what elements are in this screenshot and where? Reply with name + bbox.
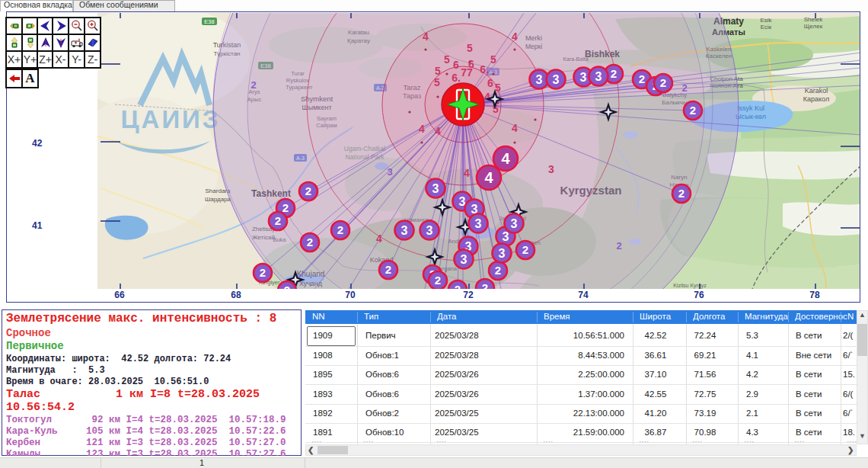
svg-text:3: 3 — [387, 166, 392, 178]
svg-text:2: 2 — [455, 283, 461, 289]
svg-text:2: 2 — [616, 240, 621, 252]
svg-text:2: 2 — [284, 284, 290, 289]
svg-text:3: 3 — [595, 70, 602, 83]
svg-text:2: 2 — [639, 72, 645, 85]
svg-text:3: 3 — [475, 217, 482, 230]
svg-text:5: 5 — [444, 53, 450, 66]
svg-text:4: 4 — [435, 125, 441, 137]
svg-text:4: 4 — [484, 169, 493, 186]
svg-text:2: 2 — [337, 223, 343, 236]
svg-text:2: 2 — [522, 243, 528, 256]
svg-text:2: 2 — [385, 263, 391, 276]
svg-text:3: 3 — [580, 71, 587, 84]
svg-text:Kizilsu Kyrgyz: Kizilsu Kyrgyz — [673, 283, 707, 289]
svg-text:4: 4 — [419, 123, 425, 135]
svg-text:4: 4 — [484, 91, 490, 103]
svg-text:Ысык-көл: Ысык-көл — [736, 113, 766, 120]
svg-text:2: 2 — [305, 184, 311, 197]
svg-text:6.: 6. — [480, 63, 489, 75]
svg-text:5: 5 — [467, 42, 473, 54]
svg-text:E38: E38 — [204, 18, 214, 25]
svg-text:3: 3 — [548, 163, 554, 175]
svg-text:3: 3 — [426, 224, 433, 237]
svg-text:5: 5 — [495, 82, 501, 94]
svg-text:4: 4 — [512, 122, 518, 134]
svg-text:3: 3 — [553, 73, 560, 86]
svg-text:6: 6 — [487, 77, 493, 89]
svg-text:3: 3 — [511, 217, 518, 230]
svg-text:Esik: Esik — [760, 17, 772, 24]
svg-text:2: 2 — [611, 67, 617, 80]
svg-text:2: 2 — [681, 82, 687, 94]
svg-text:Есік: Есік — [761, 24, 772, 30]
svg-text:6: 6 — [453, 59, 459, 71]
svg-text:4: 4 — [423, 30, 429, 43]
svg-text:Щелек: Щелек — [804, 23, 823, 30]
svg-text:3: 3 — [461, 253, 468, 266]
svg-text:4: 4 — [512, 30, 518, 43]
svg-text:2: 2 — [275, 214, 281, 227]
svg-text:77: 77 — [461, 66, 473, 79]
svg-text:2: 2 — [495, 264, 501, 277]
svg-text:5: 5 — [434, 76, 440, 88]
svg-text:2: 2 — [678, 187, 685, 200]
svg-text:4: 4 — [464, 167, 470, 179]
svg-text:2: 2 — [435, 274, 441, 287]
svg-text:3: 3 — [536, 73, 543, 86]
svg-text:Issyk Kul: Issyk Kul — [737, 104, 764, 112]
svg-text:2: 2 — [660, 76, 666, 89]
svg-text:2: 2 — [690, 104, 696, 117]
svg-text:Каракол: Каракол — [803, 95, 829, 103]
svg-text:Shelek: Shelek — [804, 16, 823, 23]
svg-text:3: 3 — [401, 224, 408, 237]
svg-text:5: 5 — [435, 65, 441, 77]
svg-text:2: 2 — [482, 281, 488, 289]
svg-text:4: 4 — [376, 232, 382, 245]
svg-text:2: 2 — [260, 266, 266, 279]
svg-text:2: 2 — [251, 79, 256, 91]
svg-text:2: 2 — [307, 236, 313, 248]
svg-text:3: 3 — [499, 247, 506, 260]
svg-text:3: 3 — [432, 182, 439, 195]
svg-text:4: 4 — [501, 150, 510, 167]
svg-text:Шардара: Шардара — [205, 196, 231, 203]
svg-text:ЦАИИЗ: ЦАИИЗ — [120, 105, 220, 133]
svg-text:5: 5 — [490, 53, 496, 66]
svg-text:6.: 6. — [452, 72, 461, 84]
